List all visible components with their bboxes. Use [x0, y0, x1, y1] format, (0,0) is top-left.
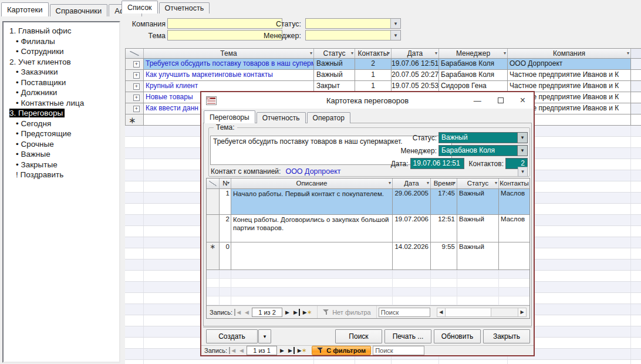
row-selector[interactable]: + [125, 103, 144, 114]
sidebar-item-srochnye[interactable]: • Срочные [4, 139, 119, 150]
cell-theme[interactable]: Крупный клиент [144, 81, 314, 92]
status-filter-combo[interactable]: ▾ [305, 18, 401, 29]
cell-status[interactable]: Важный [314, 59, 355, 69]
cell-time[interactable]: 17:45 [431, 189, 457, 214]
column-header-n[interactable]: N▾ [220, 178, 231, 188]
cell-status[interactable]: Закрыт [314, 81, 355, 92]
sidebar-item-postavshchiki[interactable]: • Поставщики [4, 77, 119, 88]
sort-arrow-icon[interactable]: ▾ [453, 181, 456, 186]
record-position[interactable]: 1 из 1 [247, 346, 277, 355]
horizontal-scrollbar[interactable]: ◀ ▶ [437, 308, 527, 317]
row-selector[interactable]: ∗ [207, 242, 220, 269]
select-all-corner[interactable] [207, 178, 220, 188]
sidebar-item-main-office[interactable]: 1. Главный офис [4, 26, 119, 36]
new-record-icon[interactable]: ▶∗ [296, 347, 308, 354]
row-selector[interactable] [207, 189, 220, 214]
prev-record-icon[interactable]: ◀ [238, 347, 245, 354]
sidebar-item-zakrytye[interactable]: • Закрытые [4, 160, 119, 170]
row-selector[interactable]: + [125, 81, 144, 92]
sort-arrow-icon[interactable]: ▾ [310, 51, 312, 56]
tab-peregovory[interactable]: Переговоры [204, 110, 255, 123]
cell-description[interactable]: Начало работы. Первый контакт с покупате… [231, 189, 393, 214]
sidebar-item-uchet-klientov[interactable]: 2. Учет клиентов [4, 57, 119, 68]
last-record-icon[interactable]: ▶ [287, 347, 295, 354]
scrollbar-thumb[interactable] [446, 308, 491, 316]
last-record-icon[interactable]: ▶ [292, 309, 300, 316]
cell-status[interactable]: Важный [457, 215, 499, 242]
first-record-icon[interactable]: ◀ [234, 309, 242, 316]
sort-arrow-icon[interactable]: ▾ [627, 51, 629, 56]
cell-time[interactable]: 9:55 [431, 242, 457, 269]
tab-dialog-otchetnost[interactable]: Отчетность [257, 112, 306, 123]
prev-record-icon[interactable]: ◀ [244, 309, 250, 316]
subform-row[interactable]: 1 Начало работы. Первый контакт с покупа… [207, 189, 529, 215]
cell-company[interactable]: ООО Дорпроект [508, 59, 631, 69]
expand-plus-icon[interactable]: + [133, 95, 140, 101]
cell-manager[interactable]: Сидоров Гена [439, 81, 508, 92]
sort-arrow-icon[interactable]: ▾ [227, 181, 230, 186]
cell-company[interactable]: Частное предприятие Иванов и К [508, 81, 631, 92]
row-selector[interactable]: + [125, 70, 144, 80]
cell-date[interactable]: 19.07.2006 [393, 215, 431, 242]
search-input[interactable] [373, 346, 424, 355]
manager-combo[interactable]: Барабанов Коля ▾ [438, 145, 528, 156]
cell-date[interactable]: 20.07.05 20:27 [392, 70, 439, 80]
sort-arrow-icon[interactable]: ▾ [495, 181, 497, 186]
tab-spisok[interactable]: Список [122, 1, 158, 14]
cell-status[interactable]: Важный [457, 189, 499, 214]
chevron-down-icon[interactable]: ▾ [518, 167, 528, 177]
cell-theme[interactable]: Как улучшить маркетинговые контакты [144, 70, 314, 80]
cell-n[interactable]: 1 [220, 189, 231, 214]
column-header-company[interactable]: Компания▾ [508, 49, 631, 58]
column-header-status[interactable]: Статус▾ [314, 49, 355, 58]
cell-date[interactable]: 29.06.2005 [393, 189, 431, 214]
sort-arrow-icon[interactable]: ▾ [435, 51, 437, 56]
close-button[interactable]: Закрыть [483, 329, 530, 343]
cell-contact[interactable] [499, 242, 529, 269]
cell-description[interactable] [231, 242, 393, 269]
table-row[interactable]: + Требуется обсудить поставку товаров в … [125, 59, 641, 70]
next-record-icon[interactable]: ▶ [284, 309, 291, 316]
refresh-button[interactable]: Обновить [434, 329, 481, 343]
cell-date[interactable]: 14.02.2026 [393, 242, 431, 269]
new-record-icon[interactable]: ▶∗ [302, 309, 313, 316]
column-header-contact[interactable]: Контакты [499, 178, 529, 188]
scroll-right-icon[interactable]: ▶ [518, 308, 526, 316]
subform-new-record-row[interactable]: ∗ 0 14.02.2026 9:55 Важный [207, 242, 529, 270]
chevron-down-icon[interactable]: ▾ [390, 19, 400, 28]
cell-contact[interactable]: Маслов [499, 215, 529, 242]
sort-arrow-icon[interactable]: ▾ [427, 181, 429, 186]
chevron-down-icon[interactable]: ▾ [517, 133, 527, 143]
subform-row[interactable]: 2 Конец работы. Договорились о закупках … [207, 215, 529, 242]
record-position[interactable]: 1 из 2 [252, 308, 282, 317]
column-header-manager[interactable]: Менеджер▾ [439, 49, 508, 58]
sidebar-item-vazhnye[interactable]: • Важные [4, 149, 119, 160]
cell-status[interactable]: Важный [457, 242, 499, 269]
tab-kartoteki[interactable]: Картотеки [1, 2, 49, 16]
column-header-contacts[interactable]: Контакты▾ [355, 49, 392, 58]
sort-arrow-icon[interactable]: ▾ [351, 51, 353, 56]
contact-company-value[interactable]: ООО Дорпроект [285, 167, 518, 176]
expand-plus-icon[interactable]: + [133, 106, 140, 112]
cell-status[interactable]: Важный [314, 70, 355, 80]
dialog-title-bar[interactable]: Картотека переговоров — × [201, 92, 534, 109]
cell-contacts[interactable]: 2 [355, 59, 392, 69]
manager-filter-combo[interactable]: ▾ [305, 30, 401, 41]
tab-otchetnost[interactable]: Отчетность [159, 2, 210, 14]
row-selector[interactable]: + [125, 59, 144, 69]
sort-arrow-icon[interactable]: ▾ [387, 51, 390, 56]
expand-plus-icon[interactable]: + [133, 72, 140, 79]
tab-operator[interactable]: Оператор [307, 112, 350, 123]
sidebar-item-zakazchiki[interactable]: • Заказчики [4, 67, 119, 77]
print-button[interactable]: Печать ... [384, 329, 431, 343]
maximize-icon[interactable] [498, 97, 504, 103]
sidebar-item-peregovory-selected[interactable]: 3. Переговоры [4, 108, 119, 119]
create-dropdown-button[interactable]: ▾ [258, 329, 271, 343]
cell-theme[interactable]: Требуется обсудить поставку товаров в на… [144, 59, 314, 69]
cell-n[interactable]: 2 [220, 215, 231, 242]
chevron-down-icon[interactable]: ▾ [390, 31, 400, 40]
sidebar-item-predstoyashchie[interactable]: • Предстоящие [4, 129, 119, 139]
create-button[interactable]: Создать [206, 329, 258, 343]
cell-contacts[interactable]: 1 [355, 81, 392, 92]
sort-arrow-icon[interactable]: ▾ [389, 181, 391, 186]
